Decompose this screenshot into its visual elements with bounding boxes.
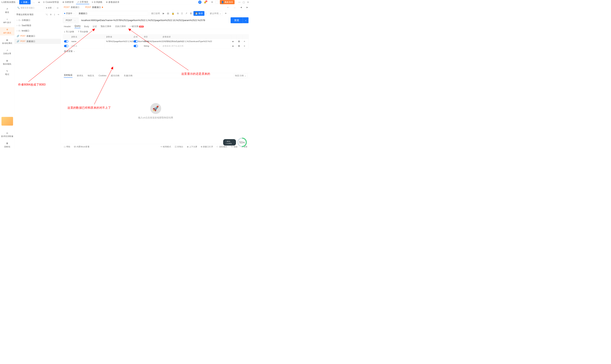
- project-title: 李俊运的私有项目 ⌥ ⊕ ⤓ ⇥: [14, 11, 61, 17]
- branch-icon[interactable]: ⌥: [45, 13, 48, 16]
- lock-icon[interactable]: 🔓: [172, 12, 174, 15]
- api-name-input[interactable]: [77, 11, 148, 16]
- code-icon[interactable]: ⟨⟩: [181, 12, 183, 15]
- main-panel: POST新建接口 POST新建接口 ＋ … ◀ ▶ 开发中⌄ 接口说明 ▶ ▤ …: [61, 4, 250, 149]
- rail-api-debug[interactable]: ⚙API 调试: [0, 27, 14, 35]
- rail-api-design[interactable]: ✧API 设计: [0, 17, 14, 25]
- rowdel-icon[interactable]: 🗑: [237, 39, 243, 44]
- archive-manager[interactable]: ⊕归档管理: [61, 0, 75, 4]
- subtab-query[interactable]: Query: [75, 25, 81, 28]
- avatar[interactable]: [216, 1, 218, 3]
- row-toggle[interactable]: [64, 45, 68, 47]
- path-variables[interactable]: 路径变量›: [61, 48, 250, 54]
- search-input[interactable]: 🔍搜索目录或接口: [16, 6, 44, 10]
- f-compact[interactable]: ⇔ 精简模式: [160, 145, 171, 148]
- rowmore-icon[interactable]: ≡: [243, 39, 248, 44]
- env-dropdown[interactable]: 默认环境 ⌄: [209, 11, 222, 16]
- table-row[interactable]: 参数名 String ⌄ 参数描述,用于生成文档 ◈ 🗑 ≡: [63, 44, 248, 48]
- f-console[interactable]: ▤ 控制台: [175, 145, 183, 148]
- tabnext-icon[interactable]: ▶: [246, 6, 249, 9]
- cube-icon[interactable]: ◈: [231, 39, 237, 44]
- folder-saas[interactable]: ›🗀SaaS项目: [14, 23, 61, 28]
- send-button[interactable]: 发送: [231, 17, 243, 23]
- subtab-prescript[interactable]: 预执行脚本: [101, 25, 111, 28]
- sync-icon[interactable]: ⟳: [198, 0, 202, 4]
- download-icon[interactable]: ⤓: [54, 13, 55, 16]
- resp-example-dropdown[interactable]: 响应示例 ⌄: [234, 73, 247, 78]
- maximize-icon[interactable]: ▢: [243, 1, 245, 3]
- rowmore-icon[interactable]: ≡: [243, 44, 248, 48]
- folder-example[interactable]: ›🗀示例接口: [14, 17, 61, 23]
- locate-icon[interactable]: ◎: [56, 6, 59, 9]
- back-icon[interactable]: ◀: [37, 0, 41, 4]
- delete-icon[interactable]: 🗑: [190, 12, 192, 15]
- req-toggle[interactable]: [134, 45, 138, 47]
- minimize-icon[interactable]: —: [238, 1, 241, 3]
- run-icon[interactable]: ▶: [163, 12, 164, 15]
- rowdel-icon[interactable]: 🗑: [237, 44, 243, 48]
- subtab-auth[interactable]: 认证: [93, 25, 97, 28]
- close-icon[interactable]: ✕: [247, 1, 249, 3]
- rtab-cookies[interactable]: Cookies: [98, 74, 106, 77]
- rtab-success[interactable]: 成功示例: [111, 74, 119, 77]
- subtab-body[interactable]: Body: [84, 25, 89, 27]
- tabprev-icon[interactable]: ◀: [239, 6, 243, 9]
- addtab-icon[interactable]: ＋: [226, 5, 230, 9]
- newfolder-icon[interactable]: ⊕: [50, 13, 52, 16]
- url-input[interactable]: localhost:8083/getData?name=%257B%2522pa…: [80, 17, 229, 23]
- rail-autotest[interactable]: ▤自动化测试: [0, 38, 14, 46]
- f-newwin[interactable]: ⧉ 新窗口打开: [201, 145, 213, 148]
- rail-project-team[interactable]: ▥项目/团队: [0, 58, 14, 66]
- table-row[interactable]: name %7B%22pageNum%22:1,%22pageSize%22:1…: [63, 39, 248, 44]
- tab-1[interactable]: POST新建接口: [84, 4, 105, 10]
- note-icon[interactable]: 🗎: [210, 0, 214, 4]
- f-split[interactable]: ⊞ 上下分屏: [187, 145, 197, 148]
- rail-support[interactable]: ⊡技术支持客服: [0, 130, 14, 139]
- rtab-realtime[interactable]: 实时响应: [64, 74, 72, 78]
- rtab-reqhead[interactable]: 请求头: [77, 74, 83, 77]
- import-params[interactable]: ⤓ 导入参数: [64, 30, 74, 33]
- global-params[interactable]: ≡全局参数: [91, 0, 103, 4]
- cube-icon[interactable]: ◈: [231, 44, 237, 48]
- rtab-resphead[interactable]: 响应头: [88, 74, 94, 77]
- api-desc-button[interactable]: 接口说明: [150, 11, 161, 16]
- rail-doc-share[interactable]: ↗文档分享: [0, 48, 14, 56]
- folder-test[interactable]: ›🗀test接口: [14, 28, 61, 33]
- copy-icon[interactable]: ⧉: [177, 12, 179, 15]
- rail-notes[interactable]: ✎笔记: [0, 69, 14, 77]
- status-dropdown[interactable]: 开发中⌄: [63, 11, 76, 16]
- param-desc-lib[interactable]: ⊚参数描述库: [105, 0, 120, 4]
- filter-all[interactable]: ●全部⌄: [45, 6, 55, 10]
- export-params[interactable]: ⤒ 导出参数: [78, 30, 88, 33]
- api-node-2[interactable]: 🔗POST新建接口: [14, 39, 61, 44]
- save-button[interactable]: 💾保存: [193, 11, 204, 16]
- rail-recent[interactable]: ↺最近: [0, 7, 14, 15]
- tabmore-icon[interactable]: …: [233, 6, 236, 9]
- row-toggle[interactable]: [64, 40, 68, 42]
- collab-button[interactable]: 👤高效协作: [220, 0, 234, 4]
- tab-0[interactable]: POST新建接口: [62, 4, 81, 10]
- eye-icon[interactable]: 👁: [224, 12, 228, 15]
- save-more-icon[interactable]: ⌄: [206, 13, 207, 14]
- req-toggle[interactable]: [134, 40, 138, 42]
- promo-2022[interactable]: [1, 117, 13, 126]
- subtab-loadtest[interactable]: 一键压测NEW: [130, 25, 144, 28]
- doc-icon[interactable]: ▤: [167, 12, 169, 15]
- method-dropdown[interactable]: POST⌄: [63, 17, 79, 23]
- f-mock[interactable]: Ⓜ 内置Mock变量: [74, 145, 90, 148]
- more-icon[interactable]: …: [32, 0, 36, 4]
- share-project[interactable]: ↗分享项目: [76, 0, 89, 4]
- cookie-manager[interactable]: ⊙Cookie管理器: [42, 0, 60, 4]
- subtab-header[interactable]: Header: [64, 25, 71, 27]
- rail-trash[interactable]: 🗑回收站: [0, 141, 14, 149]
- team-dropdown[interactable]: LJJ的私有团队⌄: [1, 1, 18, 4]
- send-more-icon[interactable]: ⌄: [243, 17, 249, 23]
- collapse-icon[interactable]: ⇥: [57, 13, 59, 16]
- api-node-1[interactable]: 🔗POST新建接口: [14, 33, 61, 39]
- f-help[interactable]: ▢ 帮助: [64, 145, 70, 148]
- export-icon[interactable]: ↗: [185, 12, 187, 15]
- bell-icon[interactable]: 🔔1: [203, 0, 209, 4]
- new-button[interactable]: ＋新建...: [19, 0, 30, 4]
- subtab-postscript[interactable]: 后执行脚本: [115, 25, 126, 28]
- rtab-fail[interactable]: 失败示例: [124, 74, 133, 77]
